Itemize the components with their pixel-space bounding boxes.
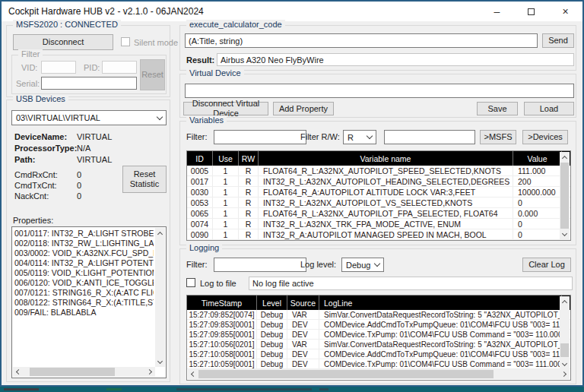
variable-row[interactable]: 0065 1 R FLOAT64_R_L:A32NX_AUTOPILOT_FPA…	[187, 208, 570, 219]
pid-input[interactable]	[102, 61, 137, 74]
cell: 1	[213, 229, 239, 239]
log-table-header[interactable]: TimeStamp Level Source LogLine	[187, 296, 570, 310]
log-row[interactable]: 15:27:09:855[0001] Debug DEV COMDevice.T…	[187, 330, 570, 340]
log-to-file-label: Log to file	[200, 279, 236, 288]
usb-devices-group: USB Devices 03\VIRTUAL\VIRTUAL DeviceNam…	[6, 100, 170, 382]
col-use[interactable]: Use	[213, 151, 239, 166]
disconnect-button[interactable]: Disconnect	[13, 34, 113, 50]
properties-horizontal-scrollbar[interactable]	[13, 367, 155, 377]
result-field	[217, 53, 574, 66]
reset-statistic-button[interactable]: Reset Statistic	[122, 166, 167, 193]
to-devices-button[interactable]: >Devices	[522, 130, 568, 144]
filter-rw-select[interactable]: R	[343, 130, 376, 144]
property-item[interactable]: 006/0120: VOID_K:ANTI_ICE_TOGGLE_ENG1	[14, 278, 154, 288]
col-rw[interactable]: RW	[239, 151, 259, 166]
processortype-value: N/A	[77, 144, 90, 153]
log-row[interactable]: 15:27:10:056[0201] Debug VAR SimVar.Conv…	[187, 340, 570, 349]
properties-vertical-scrollbar[interactable]	[155, 228, 165, 367]
scroll-left-icon[interactable]	[13, 367, 23, 377]
vid-input[interactable]	[41, 61, 76, 74]
col-timestamp[interactable]: TimeStamp	[187, 296, 257, 310]
properties-label: Properties:	[13, 216, 53, 225]
cell: VAR	[287, 310, 319, 319]
log-to-file-checkbox[interactable]	[186, 278, 195, 287]
scrollbar-thumb[interactable]	[560, 343, 569, 357]
property-item[interactable]: 004/0114: INT32_R_A:LIGHT POTENTIOMETER:…	[14, 258, 154, 268]
virtual-device-input[interactable]	[185, 84, 574, 98]
desktop-fragment	[319, 388, 328, 390]
scroll-up-icon[interactable]	[560, 296, 570, 306]
cell: 1	[213, 208, 239, 218]
property-item[interactable]: 007/0121: STRING16_R_X:(A:ATC FLIGHT NUM…	[14, 288, 154, 298]
variables-table-header[interactable]: ID Use RW Variable name Value	[187, 151, 570, 166]
close-button[interactable]: ×	[548, 2, 582, 21]
log-row[interactable]: 15:27:09:853[0001] Debug DEV COMDevice.A…	[187, 320, 570, 330]
property-item[interactable]: 003/0002: VOID_K:A32NX.FCU_SPD_INC	[14, 248, 154, 258]
scroll-down-icon[interactable]	[560, 229, 570, 239]
silent-mode-label: Silent mode	[134, 38, 178, 47]
property-item[interactable]: 002/0118: INT32_RW_L:LIGHTING_LANDING_2	[14, 239, 154, 248]
scroll-right-icon[interactable]	[145, 367, 155, 377]
property-item[interactable]: 005/0119: VOID_K:LIGHT_POTENTIOMETER_SET	[14, 268, 154, 278]
add-property-label: Add Property	[279, 104, 328, 114]
property-item[interactable]: 001/0117: INT32_R_A:LIGHT STROBE,BOOL	[14, 229, 154, 239]
variable-row[interactable]: 0090 1 R INT32_R_A:AUTOPILOT MANAGED SPE…	[187, 229, 570, 240]
variable-row[interactable]: 0053 1 R INT32_R_L:A32NX_AUTOPILOT_VS_SE…	[187, 198, 570, 208]
col-id[interactable]: ID	[187, 151, 213, 166]
usb-devices-group-title: USB Devices	[13, 94, 68, 103]
variable-row[interactable]: 0030 1 R FLOAT64_R_A:AUTOPILOT ALTITUDE …	[187, 187, 570, 198]
serial-input[interactable]	[41, 77, 137, 90]
cmdrxcnt-value: 0	[77, 170, 81, 179]
log-horizontal-scrollbar[interactable]	[188, 369, 570, 379]
variable-set-value-input[interactable]	[384, 130, 475, 144]
scrollbar-thumb[interactable]	[30, 368, 115, 376]
filter-group-title: Filter	[18, 49, 43, 58]
load-button[interactable]: Load	[524, 102, 574, 115]
to-msfs-button[interactable]: >MSFS	[480, 130, 516, 144]
filter-rw-selected-value: R	[348, 133, 367, 142]
scroll-left-icon[interactable]	[188, 369, 198, 379]
col-logline[interactable]: LogLine	[319, 296, 562, 310]
scrollbar-thumb[interactable]	[198, 370, 494, 378]
cell: 0030	[187, 187, 213, 197]
log-row[interactable]: 15:27:10:059[0001] Debug DEV COMDevice.T…	[187, 359, 570, 369]
calculator-code-input[interactable]	[185, 33, 538, 48]
log-filter-input[interactable]	[214, 258, 306, 272]
col-variable-name[interactable]: Variable name	[259, 151, 513, 166]
usb-device-select[interactable]: 03\VIRTUAL\VIRTUAL	[11, 110, 167, 125]
log-row[interactable]: 15:27:09:852[0074] Debug VAR SimVar.Conv…	[187, 310, 570, 320]
title-bar[interactable]: Cockpit Hardware HUB v2 - v2.1.0 - 06JAN…	[2, 2, 582, 21]
variable-row[interactable]: 0074 1 R INT32_R_L:A32NX_TRK_FPA_MODE_AC…	[187, 219, 570, 229]
clear-log-button[interactable]: Clear Log	[522, 258, 571, 272]
save-button[interactable]: Save	[477, 102, 518, 115]
cell: INT32_R_L:A32NX_AUTOPILOT_VS_SELECTED,KN…	[259, 198, 513, 207]
maximize-button[interactable]	[514, 2, 548, 21]
send-button[interactable]: Send	[542, 33, 574, 48]
col-value[interactable]: Value	[513, 151, 562, 166]
property-item[interactable]: 009/FAIL: BLABLABLA	[14, 308, 154, 318]
col-source[interactable]: Source	[287, 296, 319, 310]
properties-listbox[interactable]: 001/0117: INT32_R_A:LIGHT STROBE,BOOL 00…	[11, 226, 167, 378]
variable-row[interactable]: 0005 1 R FLOAT64_R_L:A32NX_AUTOPILOT_SPE…	[187, 166, 570, 176]
variable-row[interactable]: 0017 1 R INT32_R_L:A32NX_AUTOPILOT_HEADI…	[187, 176, 570, 187]
scroll-down-icon[interactable]	[155, 357, 165, 367]
result-label: Result:	[186, 55, 214, 65]
col-level[interactable]: Level	[257, 296, 287, 310]
log-level-label: Log level:	[300, 260, 336, 269]
variables-vertical-scrollbar[interactable]	[560, 152, 570, 239]
variables-filter-input[interactable]	[214, 130, 306, 144]
minimize-button[interactable]: –	[480, 2, 514, 21]
log-level-select[interactable]: Debug	[341, 258, 384, 272]
log-vertical-scrollbar[interactable]	[560, 296, 570, 369]
log-row[interactable]: 15:27:10:058[0001] Debug DEV COMDevice.A…	[187, 349, 570, 359]
add-property-button[interactable]: Add Property	[273, 102, 334, 115]
scrollbar-thumb[interactable]	[560, 163, 569, 229]
scroll-up-icon[interactable]	[560, 152, 570, 162]
filter-reset-button[interactable]: Reset	[140, 59, 165, 90]
property-item[interactable]: 008/0122: STRING64_R_X:(A:TITLE,STRING)	[14, 298, 154, 308]
scroll-right-icon[interactable]	[560, 369, 570, 379]
scroll-down-icon[interactable]	[560, 359, 570, 369]
disconnect-virtual-device-button[interactable]: Disconnect Virtual Device	[183, 102, 268, 115]
scroll-up-icon[interactable]	[155, 228, 165, 238]
silent-mode-checkbox[interactable]	[121, 37, 130, 46]
